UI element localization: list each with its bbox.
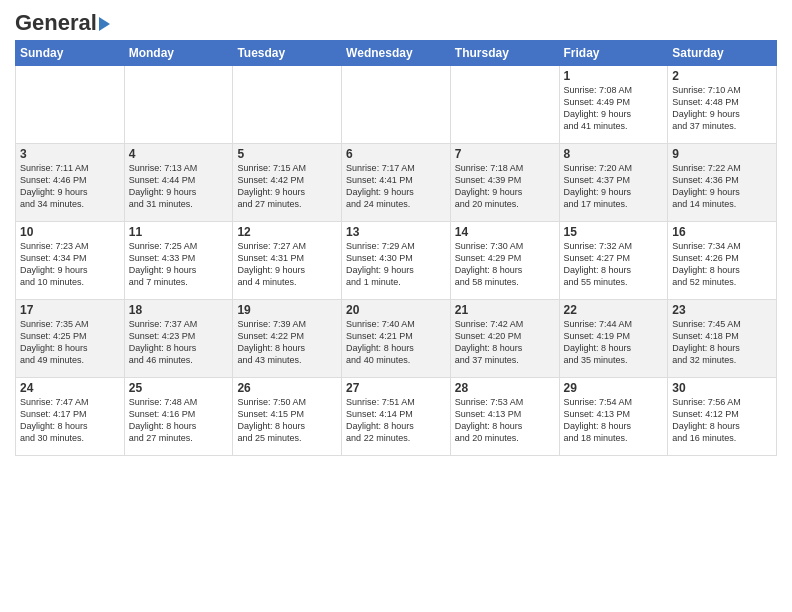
- weekday-header: Tuesday: [233, 41, 342, 66]
- logo: General: [15, 10, 110, 32]
- calendar-cell: 25Sunrise: 7:48 AM Sunset: 4:16 PM Dayli…: [124, 378, 233, 456]
- calendar-cell: 6Sunrise: 7:17 AM Sunset: 4:41 PM Daylig…: [342, 144, 451, 222]
- day-info: Sunrise: 7:39 AM Sunset: 4:22 PM Dayligh…: [237, 318, 337, 367]
- day-number: 25: [129, 381, 229, 395]
- day-info: Sunrise: 7:35 AM Sunset: 4:25 PM Dayligh…: [20, 318, 120, 367]
- day-info: Sunrise: 7:10 AM Sunset: 4:48 PM Dayligh…: [672, 84, 772, 133]
- day-number: 29: [564, 381, 664, 395]
- day-number: 5: [237, 147, 337, 161]
- calendar-cell: 9Sunrise: 7:22 AM Sunset: 4:36 PM Daylig…: [668, 144, 777, 222]
- calendar-week-row: 24Sunrise: 7:47 AM Sunset: 4:17 PM Dayli…: [16, 378, 777, 456]
- day-info: Sunrise: 7:47 AM Sunset: 4:17 PM Dayligh…: [20, 396, 120, 445]
- weekday-header: Saturday: [668, 41, 777, 66]
- day-info: Sunrise: 7:30 AM Sunset: 4:29 PM Dayligh…: [455, 240, 555, 289]
- day-info: Sunrise: 7:48 AM Sunset: 4:16 PM Dayligh…: [129, 396, 229, 445]
- day-info: Sunrise: 7:56 AM Sunset: 4:12 PM Dayligh…: [672, 396, 772, 445]
- day-number: 26: [237, 381, 337, 395]
- calendar-cell: 18Sunrise: 7:37 AM Sunset: 4:23 PM Dayli…: [124, 300, 233, 378]
- calendar-cell: 1Sunrise: 7:08 AM Sunset: 4:49 PM Daylig…: [559, 66, 668, 144]
- day-info: Sunrise: 7:42 AM Sunset: 4:20 PM Dayligh…: [455, 318, 555, 367]
- day-number: 22: [564, 303, 664, 317]
- calendar-cell: 22Sunrise: 7:44 AM Sunset: 4:19 PM Dayli…: [559, 300, 668, 378]
- day-info: Sunrise: 7:20 AM Sunset: 4:37 PM Dayligh…: [564, 162, 664, 211]
- day-number: 30: [672, 381, 772, 395]
- calendar-cell: 10Sunrise: 7:23 AM Sunset: 4:34 PM Dayli…: [16, 222, 125, 300]
- day-info: Sunrise: 7:08 AM Sunset: 4:49 PM Dayligh…: [564, 84, 664, 133]
- day-info: Sunrise: 7:17 AM Sunset: 4:41 PM Dayligh…: [346, 162, 446, 211]
- calendar-cell: 2Sunrise: 7:10 AM Sunset: 4:48 PM Daylig…: [668, 66, 777, 144]
- day-info: Sunrise: 7:45 AM Sunset: 4:18 PM Dayligh…: [672, 318, 772, 367]
- logo-arrow-icon: [99, 17, 110, 31]
- day-number: 9: [672, 147, 772, 161]
- day-number: 8: [564, 147, 664, 161]
- day-info: Sunrise: 7:23 AM Sunset: 4:34 PM Dayligh…: [20, 240, 120, 289]
- calendar-cell: [450, 66, 559, 144]
- day-number: 21: [455, 303, 555, 317]
- day-info: Sunrise: 7:27 AM Sunset: 4:31 PM Dayligh…: [237, 240, 337, 289]
- calendar-cell: 5Sunrise: 7:15 AM Sunset: 4:42 PM Daylig…: [233, 144, 342, 222]
- calendar-cell: [124, 66, 233, 144]
- calendar-cell: 16Sunrise: 7:34 AM Sunset: 4:26 PM Dayli…: [668, 222, 777, 300]
- weekday-header: Sunday: [16, 41, 125, 66]
- calendar-week-row: 17Sunrise: 7:35 AM Sunset: 4:25 PM Dayli…: [16, 300, 777, 378]
- day-info: Sunrise: 7:51 AM Sunset: 4:14 PM Dayligh…: [346, 396, 446, 445]
- day-number: 4: [129, 147, 229, 161]
- day-number: 12: [237, 225, 337, 239]
- calendar-cell: 15Sunrise: 7:32 AM Sunset: 4:27 PM Dayli…: [559, 222, 668, 300]
- day-number: 23: [672, 303, 772, 317]
- calendar-cell: [342, 66, 451, 144]
- weekday-header: Wednesday: [342, 41, 451, 66]
- day-number: 27: [346, 381, 446, 395]
- day-number: 13: [346, 225, 446, 239]
- calendar-cell: 26Sunrise: 7:50 AM Sunset: 4:15 PM Dayli…: [233, 378, 342, 456]
- calendar-table: SundayMondayTuesdayWednesdayThursdayFrid…: [15, 40, 777, 456]
- day-info: Sunrise: 7:13 AM Sunset: 4:44 PM Dayligh…: [129, 162, 229, 211]
- day-number: 10: [20, 225, 120, 239]
- day-info: Sunrise: 7:34 AM Sunset: 4:26 PM Dayligh…: [672, 240, 772, 289]
- day-number: 15: [564, 225, 664, 239]
- calendar-week-row: 3Sunrise: 7:11 AM Sunset: 4:46 PM Daylig…: [16, 144, 777, 222]
- day-number: 1: [564, 69, 664, 83]
- day-info: Sunrise: 7:44 AM Sunset: 4:19 PM Dayligh…: [564, 318, 664, 367]
- calendar-cell: 13Sunrise: 7:29 AM Sunset: 4:30 PM Dayli…: [342, 222, 451, 300]
- calendar-cell: 24Sunrise: 7:47 AM Sunset: 4:17 PM Dayli…: [16, 378, 125, 456]
- calendar-cell: 11Sunrise: 7:25 AM Sunset: 4:33 PM Dayli…: [124, 222, 233, 300]
- day-info: Sunrise: 7:11 AM Sunset: 4:46 PM Dayligh…: [20, 162, 120, 211]
- day-info: Sunrise: 7:53 AM Sunset: 4:13 PM Dayligh…: [455, 396, 555, 445]
- calendar-cell: 4Sunrise: 7:13 AM Sunset: 4:44 PM Daylig…: [124, 144, 233, 222]
- calendar-cell: 23Sunrise: 7:45 AM Sunset: 4:18 PM Dayli…: [668, 300, 777, 378]
- weekday-header: Friday: [559, 41, 668, 66]
- calendar-cell: [16, 66, 125, 144]
- calendar-cell: 30Sunrise: 7:56 AM Sunset: 4:12 PM Dayli…: [668, 378, 777, 456]
- day-info: Sunrise: 7:15 AM Sunset: 4:42 PM Dayligh…: [237, 162, 337, 211]
- calendar-header-row: SundayMondayTuesdayWednesdayThursdayFrid…: [16, 41, 777, 66]
- calendar-cell: [233, 66, 342, 144]
- day-info: Sunrise: 7:29 AM Sunset: 4:30 PM Dayligh…: [346, 240, 446, 289]
- calendar-cell: 19Sunrise: 7:39 AM Sunset: 4:22 PM Dayli…: [233, 300, 342, 378]
- day-info: Sunrise: 7:22 AM Sunset: 4:36 PM Dayligh…: [672, 162, 772, 211]
- calendar-week-row: 10Sunrise: 7:23 AM Sunset: 4:34 PM Dayli…: [16, 222, 777, 300]
- calendar-body: 1Sunrise: 7:08 AM Sunset: 4:49 PM Daylig…: [16, 66, 777, 456]
- day-number: 6: [346, 147, 446, 161]
- page-header: General: [15, 10, 777, 32]
- day-number: 7: [455, 147, 555, 161]
- calendar-cell: 3Sunrise: 7:11 AM Sunset: 4:46 PM Daylig…: [16, 144, 125, 222]
- day-number: 3: [20, 147, 120, 161]
- day-info: Sunrise: 7:32 AM Sunset: 4:27 PM Dayligh…: [564, 240, 664, 289]
- day-number: 28: [455, 381, 555, 395]
- day-number: 24: [20, 381, 120, 395]
- day-number: 19: [237, 303, 337, 317]
- logo-general: General: [15, 10, 97, 36]
- day-info: Sunrise: 7:40 AM Sunset: 4:21 PM Dayligh…: [346, 318, 446, 367]
- calendar-cell: 14Sunrise: 7:30 AM Sunset: 4:29 PM Dayli…: [450, 222, 559, 300]
- weekday-header: Thursday: [450, 41, 559, 66]
- calendar-cell: 21Sunrise: 7:42 AM Sunset: 4:20 PM Dayli…: [450, 300, 559, 378]
- weekday-header: Monday: [124, 41, 233, 66]
- calendar-cell: 20Sunrise: 7:40 AM Sunset: 4:21 PM Dayli…: [342, 300, 451, 378]
- calendar-cell: 12Sunrise: 7:27 AM Sunset: 4:31 PM Dayli…: [233, 222, 342, 300]
- calendar-cell: 29Sunrise: 7:54 AM Sunset: 4:13 PM Dayli…: [559, 378, 668, 456]
- calendar-cell: 8Sunrise: 7:20 AM Sunset: 4:37 PM Daylig…: [559, 144, 668, 222]
- day-info: Sunrise: 7:54 AM Sunset: 4:13 PM Dayligh…: [564, 396, 664, 445]
- calendar-week-row: 1Sunrise: 7:08 AM Sunset: 4:49 PM Daylig…: [16, 66, 777, 144]
- day-number: 16: [672, 225, 772, 239]
